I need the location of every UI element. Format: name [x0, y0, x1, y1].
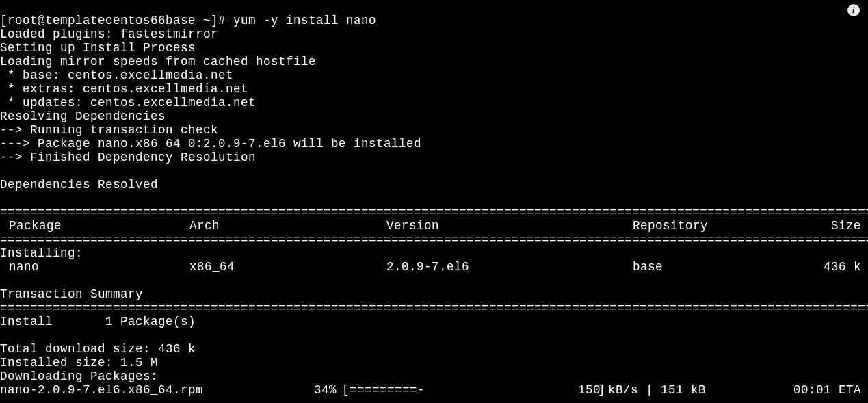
- download-progress-row: nano-2.0.9-7.el6.x86_64.rpm34%[=========…: [0, 383, 868, 397]
- shell-command: yum -y install nano: [233, 14, 376, 27]
- output-line: ---> Package nano.x86_64 0:2.0.9-7.el6 w…: [0, 137, 421, 151]
- installing-label: Installing:: [0, 246, 83, 260]
- download-percent: 34%: [294, 383, 342, 397]
- output-line: Resolving Dependencies: [0, 109, 166, 123]
- output-line: --> Finished Dependency Resolution: [0, 151, 256, 164]
- divider-rule: ========================================…: [0, 301, 868, 315]
- cell-repository: base: [633, 260, 807, 274]
- col-arch: Arch: [189, 219, 386, 233]
- cell-size: 436 k: [807, 260, 868, 274]
- output-line: Setting up Install Process: [0, 41, 196, 55]
- download-eta: 00:01 ETA: [786, 383, 868, 397]
- table-header-row: PackageArchVersionRepositorySize: [0, 219, 868, 233]
- cell-version: 2.0.9-7.el6: [386, 260, 633, 274]
- installed-size: Installed size: 1.5 M: [0, 356, 158, 369]
- output-line: Loading mirror speeds from cached hostfi…: [0, 55, 316, 68]
- install-count-line: Install 1 Package(s): [0, 315, 196, 328]
- terminal-output: [root@templatecentos66base ~]# yum -y in…: [0, 0, 868, 403]
- downloading-label: Downloading Packages:: [0, 369, 158, 383]
- cell-package: nano: [0, 260, 189, 274]
- total-download-size: Total download size: 436 k: [0, 342, 196, 356]
- download-progress-bar: [=========- ]: [342, 383, 578, 397]
- divider-rule: ========================================…: [0, 205, 868, 219]
- info-icon[interactable]: i: [847, 4, 860, 16]
- output-line: * extras: centos.excellmedia.net: [0, 82, 248, 96]
- col-repository: Repository: [633, 219, 807, 233]
- output-line: * updates: centos.excellmedia.net: [0, 96, 256, 109]
- table-row: nanox86_642.0.9-7.el6base436 k: [0, 260, 868, 274]
- col-package: Package: [0, 219, 189, 233]
- divider-rule: ========================================…: [0, 233, 868, 246]
- download-speed: 150 kB/s | 151 kB: [578, 383, 786, 397]
- output-line: Dependencies Resolved: [0, 178, 158, 192]
- download-filename: nano-2.0.9-7.el6.x86_64.rpm: [0, 383, 294, 397]
- output-line: * base: centos.excellmedia.net: [0, 68, 233, 82]
- cell-arch: x86_64: [189, 260, 386, 274]
- shell-prompt: [root@templatecentos66base ~]#: [0, 14, 233, 27]
- output-line: Loaded plugins: fastestmirror: [0, 27, 218, 41]
- transaction-summary-label: Transaction Summary: [0, 287, 143, 301]
- col-size: Size: [807, 219, 868, 233]
- col-version: Version: [386, 219, 633, 233]
- output-line: --> Running transaction check: [0, 123, 218, 137]
